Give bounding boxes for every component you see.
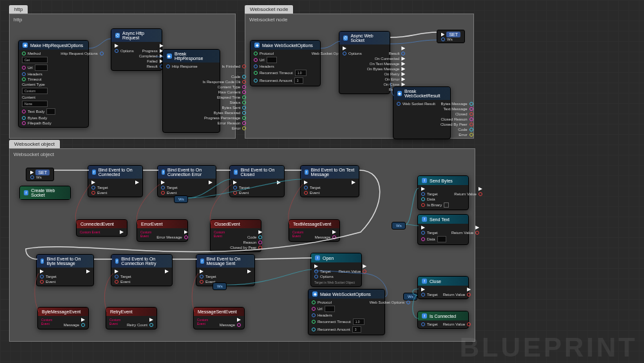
node-bind-text[interactable]: fBind Event to On Text Message TargetEve… bbox=[300, 165, 359, 197]
node-async-websocket[interactable]: ⏱Async Web Socket Options Result On Conn… bbox=[339, 31, 390, 94]
node-event-connected[interactable]: ConnectedEvent Custom Event bbox=[76, 219, 128, 237]
function-icon: f bbox=[200, 259, 204, 264]
node-bind-connected[interactable]: fBind Event to On Connected TargetEvent bbox=[88, 165, 143, 197]
function-icon: f bbox=[305, 170, 308, 175]
node-event-bytemessage[interactable]: ByteMessageEvent Custom EventMessage bbox=[37, 307, 89, 329]
function-icon: f bbox=[92, 170, 96, 175]
var-ws-1[interactable]: Ws bbox=[174, 195, 188, 203]
node-make-websocket-options[interactable]: ◆Make WebSocketOptions Protocol Url Head… bbox=[250, 40, 321, 86]
function-icon: f bbox=[422, 217, 427, 222]
node-bind-byte[interactable]: fBind Event to On Byte Message TargetEve… bbox=[36, 254, 94, 286]
node-async-http-request[interactable]: ⏱Async Http Request Options Progress Com… bbox=[111, 28, 162, 71]
function-icon: f bbox=[24, 190, 28, 195]
struct-icon: ◆ bbox=[167, 54, 172, 59]
function-icon: f bbox=[234, 170, 238, 175]
method-input[interactable] bbox=[22, 57, 48, 63]
region-tab-wsnode: Websocket node bbox=[245, 5, 293, 14]
node-set-ws[interactable]: SET Ws bbox=[437, 30, 465, 43]
node-bind-sent[interactable]: fBind Event to On Message Sent TargetEve… bbox=[196, 254, 255, 286]
node-event-retry[interactable]: RetryEvent Custom EventRetry Count bbox=[106, 307, 157, 329]
node-is-connected[interactable]: fIs Connected TargetReturn Value bbox=[417, 311, 469, 329]
node-set-ws-2[interactable]: SET Ws bbox=[26, 168, 54, 181]
region-tab-wsobj: Websocket object bbox=[9, 140, 60, 148]
node-make-http-request-options[interactable]: ◆Make HttpRequestOptions Method Url Head… bbox=[18, 40, 89, 128]
node-bind-retry[interactable]: fBind Event to On Connection Retry Targe… bbox=[111, 254, 173, 286]
function-icon: f bbox=[422, 178, 427, 183]
node-open[interactable]: fOpen TargetOptionsReturn Value Target i… bbox=[310, 253, 362, 287]
node-bind-error[interactable]: fBind Event to On Connection Error Targe… bbox=[157, 165, 216, 197]
node-event-messagesent[interactable]: MessageSentEvent Custom EventMessage bbox=[193, 307, 245, 329]
node-make-websocket-options-2[interactable]: ◆Make WebSocketOptions Protocol Url Head… bbox=[308, 289, 385, 335]
function-icon: f bbox=[422, 279, 427, 284]
node-send-text[interactable]: fSend Text TargetData Return Value bbox=[417, 214, 469, 245]
var-ws-3[interactable]: Ws bbox=[392, 222, 406, 230]
function-icon: f bbox=[422, 313, 427, 319]
struct-icon: ◆ bbox=[254, 43, 260, 48]
watermark: BLUEPRINT bbox=[460, 332, 638, 363]
node-create-websocket[interactable]: fCreate Web Socket bbox=[19, 186, 71, 200]
node-close[interactable]: fClose TargetReturn Value bbox=[417, 276, 469, 299]
function-icon: f bbox=[162, 170, 165, 175]
region-tab-http: http bbox=[9, 5, 28, 14]
node-event-error[interactable]: ErrorEvent Custom EventError Message bbox=[137, 219, 188, 242]
function-icon: f bbox=[115, 259, 118, 264]
function-icon: f bbox=[315, 255, 320, 260]
struct-icon: ◆ bbox=[397, 91, 402, 96]
async-icon: ⏱ bbox=[115, 33, 120, 38]
var-ws-2[interactable]: Ws bbox=[213, 282, 227, 290]
function-icon: f bbox=[41, 259, 44, 264]
var-ws-4[interactable]: Ws bbox=[403, 293, 417, 300]
node-bind-closed[interactable]: fBind Event to On Closed TargetEvent bbox=[229, 165, 285, 197]
node-event-textmessage[interactable]: TextMessageEvent Custom EventMessage bbox=[289, 219, 340, 242]
region-title-wsnode: Websocket node bbox=[249, 17, 469, 23]
struct-icon: ◆ bbox=[23, 43, 28, 48]
node-break-http-response[interactable]: ◆Break HttpResponse Http Response Is Fin… bbox=[162, 49, 220, 133]
struct-icon: ◆ bbox=[312, 291, 317, 297]
node-send-bytes[interactable]: fSend Bytes TargetDataIs Binary Return V… bbox=[417, 175, 469, 210]
async-icon: ⏱ bbox=[343, 35, 348, 41]
region-title-http: http bbox=[14, 17, 231, 23]
node-break-websocket-result[interactable]: ◆Break WebSocketResult Web Socket Result… bbox=[393, 86, 451, 139]
node-event-closed[interactable]: ClosedEvent Custom EventCodeReasonClosed… bbox=[210, 219, 261, 252]
region-title-wsobj: Websocket object bbox=[14, 152, 471, 157]
